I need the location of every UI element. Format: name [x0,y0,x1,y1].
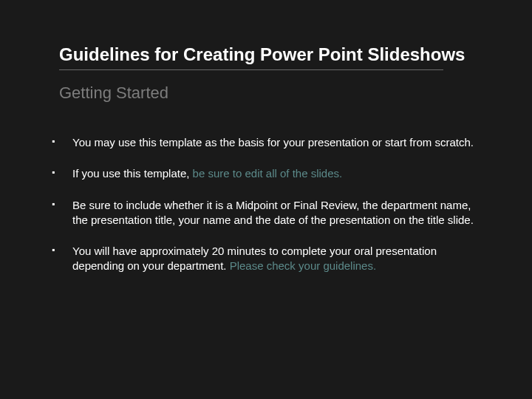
slide-subtitle: Getting Started [52,83,480,103]
bullet-text: You may use this template as the basis f… [72,136,474,149]
title-divider [59,69,443,70]
list-item: You will have approximately 20 minutes t… [52,244,480,274]
bullet-text: Be sure to include whether it is a Midpo… [72,199,474,226]
bullet-accent: be sure to edit all of the slides. [193,167,343,180]
list-item: If you use this template, be sure to edi… [52,166,480,181]
list-item: Be sure to include whether it is a Midpo… [52,198,480,228]
bullet-text: If you use this template, [72,167,193,180]
bullet-accent: Please check your guidelines. [230,259,376,272]
list-item: You may use this template as the basis f… [52,135,480,150]
slide-title: Guidelines for Creating Power Point Slid… [52,44,480,65]
slide: Guidelines for Creating Power Point Slid… [0,0,532,399]
bullet-list: You may use this template as the basis f… [52,135,480,274]
